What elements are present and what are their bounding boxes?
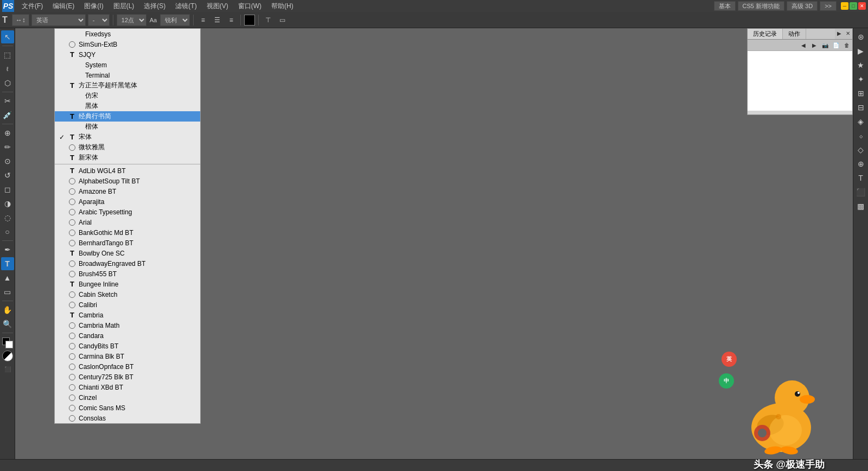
color-swatches[interactable]: [1, 338, 14, 348]
font-list-item[interactable]: TAdLib WGL4 BT: [55, 166, 200, 176]
eraser-tool[interactable]: ◻: [1, 183, 14, 196]
heal-tool[interactable]: ⊕: [1, 126, 14, 139]
history-brush-tool[interactable]: ↺: [1, 169, 14, 182]
menu-edit[interactable]: 编辑(E): [48, 1, 79, 12]
text-color-swatch[interactable]: [244, 15, 255, 26]
font-list-item[interactable]: CandyBits BT: [55, 341, 200, 351]
right-tool-4[interactable]: ✦: [854, 73, 867, 86]
font-list-item[interactable]: Carmina Blk BT: [55, 351, 200, 361]
right-tool-10[interactable]: ⊕: [854, 157, 867, 170]
right-tool-8[interactable]: ⬦: [854, 129, 867, 142]
menu-filter[interactable]: 滤镜(T): [171, 1, 201, 12]
actions-tab[interactable]: 动作: [783, 29, 806, 39]
font-list-item[interactable]: BankGothic Md BT: [55, 227, 200, 238]
warp-text-btn[interactable]: ⊤: [262, 14, 274, 26]
font-list-item[interactable]: Fixedsys: [55, 29, 200, 39]
font-list-item[interactable]: Chianti XBd BT: [55, 382, 200, 392]
brush-tool[interactable]: ✏: [1, 141, 14, 154]
right-tool-13[interactable]: ▩: [854, 200, 867, 213]
history-panel-menu-btn[interactable]: ▶: [835, 29, 844, 37]
transform-btn[interactable]: ▭: [276, 14, 288, 26]
workspace-3d-btn[interactable]: 高级 3D: [787, 1, 818, 11]
swap-colors-btn[interactable]: [2, 351, 13, 361]
gradient-tool[interactable]: ◑: [1, 197, 14, 210]
shape-tool[interactable]: ▭: [1, 285, 14, 298]
menu-help[interactable]: 帮助(H): [267, 1, 298, 12]
history-panel-close-btn[interactable]: ✕: [844, 29, 852, 37]
right-tool-6[interactable]: ⊟: [854, 101, 867, 114]
font-list-item[interactable]: CaslonOpnface BT: [55, 361, 200, 372]
menu-file[interactable]: 文件(F): [17, 1, 47, 12]
font-list-item[interactable]: 微软雅黑: [55, 142, 200, 152]
font-list-item[interactable]: System: [55, 60, 200, 70]
font-list-item[interactable]: Terminal: [55, 70, 200, 80]
font-list-item[interactable]: AlphabetSoup Tilt BT: [55, 176, 200, 186]
font-list-item[interactable]: Century725 Blk BT: [55, 372, 200, 382]
workspace-cs5-btn[interactable]: CS5 新增功能: [738, 1, 784, 11]
menu-layer[interactable]: 图层(L): [109, 1, 139, 12]
font-list-item[interactable]: Brush455 BT: [55, 269, 200, 279]
font-style-select[interactable]: -: [88, 14, 110, 26]
font-list-item[interactable]: Arial: [55, 217, 200, 227]
font-family-select[interactable]: 英语: [31, 14, 86, 26]
align-left-btn[interactable]: ≡: [197, 14, 209, 26]
right-tool-11[interactable]: T: [854, 171, 867, 184]
eyedropper-tool[interactable]: 💉: [1, 109, 14, 122]
history-forward-btn[interactable]: ▶: [810, 41, 819, 49]
quick-select-tool[interactable]: ⬡: [1, 77, 14, 90]
font-list-item[interactable]: 楷体: [55, 122, 200, 132]
menu-image[interactable]: 图像(I): [80, 1, 107, 12]
workspace-expand-btn[interactable]: >>: [820, 1, 837, 11]
right-tool-7[interactable]: ◈: [854, 115, 867, 128]
font-list-item[interactable]: Cambria Math: [55, 320, 200, 330]
type-tool[interactable]: T: [1, 257, 14, 270]
crop-tool[interactable]: ✂: [1, 94, 14, 107]
font-list-item[interactable]: TSJQY: [55, 49, 200, 60]
font-size-select[interactable]: 12点: [117, 14, 146, 26]
clone-tool[interactable]: ⊙: [1, 155, 14, 168]
font-list-item[interactable]: Comic Sans MS: [55, 403, 200, 413]
antialiasing-select[interactable]: 锐利: [160, 14, 190, 26]
lasso-tool[interactable]: ℓ: [1, 62, 14, 75]
right-tool-3[interactable]: ★: [854, 59, 867, 72]
menu-view[interactable]: 视图(V): [202, 1, 233, 12]
history-back-btn[interactable]: ◀: [799, 41, 808, 49]
pen-tool[interactable]: ✒: [1, 243, 14, 256]
move-tool-btn[interactable]: ↔↕: [12, 14, 29, 26]
move-tool[interactable]: ↖: [1, 30, 14, 43]
font-list-item[interactable]: Cinzel: [55, 392, 200, 403]
font-list-item[interactable]: TBungee Inline: [55, 279, 200, 289]
hand-tool[interactable]: ✋: [1, 303, 14, 316]
font-list-item[interactable]: ✓T宋体: [55, 132, 200, 142]
window-minimize-btn[interactable]: ─: [841, 2, 848, 10]
font-list-item[interactable]: Amazone BT: [55, 186, 200, 196]
right-tool-9[interactable]: ◇: [854, 143, 867, 156]
font-list-item[interactable]: Calibri: [55, 300, 200, 310]
blur-tool[interactable]: ◌: [1, 211, 14, 224]
font-list-item[interactable]: Candara: [55, 330, 200, 341]
history-delete-btn[interactable]: 🗑: [843, 41, 851, 49]
font-list-item[interactable]: T方正兰亭超纤黑笔体: [55, 80, 200, 91]
font-list-item[interactable]: BroadwayEngraved BT: [55, 258, 200, 269]
quick-mask-btn[interactable]: ⬛: [1, 362, 14, 375]
history-create-snapshot-btn[interactable]: 📷: [821, 41, 829, 49]
marquee-tool[interactable]: ⬚: [1, 48, 14, 61]
font-list-item[interactable]: 黑体: [55, 101, 200, 111]
window-maximize-btn[interactable]: □: [850, 2, 857, 10]
right-tool-1[interactable]: ⊛: [854, 30, 867, 43]
right-tool-2[interactable]: ▶: [854, 44, 867, 58]
right-tool-12[interactable]: ⬛: [854, 186, 867, 199]
dodge-tool[interactable]: ○: [1, 225, 14, 238]
font-list-item[interactable]: Arabic Typesetting: [55, 207, 200, 217]
workspace-basic-btn[interactable]: 基本: [714, 1, 736, 11]
zoom-tool[interactable]: 🔍: [1, 317, 14, 330]
menu-window[interactable]: 窗口(W): [234, 1, 266, 12]
window-close-btn[interactable]: ✕: [858, 2, 866, 10]
font-list-item[interactable]: Consolas: [55, 413, 200, 423]
font-list-item[interactable]: Aparajita: [55, 196, 200, 207]
align-center-btn[interactable]: ☰: [211, 14, 223, 26]
align-right-btn[interactable]: ≡: [225, 14, 237, 26]
font-list-item[interactable]: T新宋体: [55, 152, 200, 163]
menu-select[interactable]: 选择(S): [139, 1, 170, 12]
history-tab[interactable]: 历史记录: [748, 29, 783, 39]
